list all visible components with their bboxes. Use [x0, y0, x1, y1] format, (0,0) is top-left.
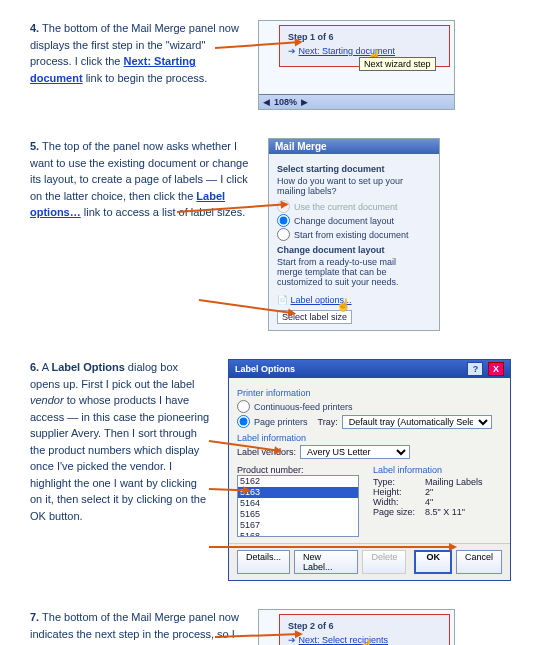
product-number-col: Product number: 516251635164516551675168	[237, 465, 359, 537]
step-number: 5.	[30, 140, 39, 152]
taskpane-title-text: Mail Merge	[275, 141, 327, 152]
label-info-heading: Label information	[373, 465, 483, 475]
zoom-bar: ◀ 108% ▶	[259, 94, 454, 109]
dialog-button-row: Details... New Label... Delete OK Cancel	[229, 543, 510, 580]
product-item[interactable]: 5163	[238, 487, 358, 498]
tray-select[interactable]: Default tray (Automatically Select)	[342, 415, 492, 429]
ok-button[interactable]: OK	[414, 550, 452, 574]
step-body-after: link to begin the process.	[86, 72, 208, 84]
radio-page-printers[interactable]	[237, 415, 250, 428]
callout-arrow-ok	[209, 546, 455, 548]
vendor-select[interactable]: Avery US Letter	[300, 445, 410, 459]
wizard-pane: Step 2 of 6 ➔ Next: Select recipients ☝ …	[279, 614, 450, 645]
radio-continuous[interactable]	[237, 400, 250, 413]
cursor-hand-icon: ☝	[359, 638, 374, 645]
type-val: Mailing Labels	[425, 477, 483, 487]
step-body: The bottom of the Mail Merge panel now i…	[30, 611, 239, 645]
opt-continuous-feed[interactable]: Continuous-feed printers	[237, 400, 502, 413]
help-button[interactable]: ?	[467, 362, 483, 376]
arrow-icon: ➔	[288, 46, 296, 56]
close-button[interactable]: X	[488, 362, 504, 376]
product-item[interactable]: 5162	[238, 476, 358, 487]
step-number: 4.	[30, 22, 39, 34]
details-button[interactable]: Details...	[237, 550, 290, 574]
label-options-dialog: Label Options ? X Printer information Co…	[228, 359, 511, 581]
s6-italic: vendor	[30, 394, 64, 406]
zoom-percent: 108%	[274, 97, 297, 107]
wizard-step-title: Step 1 of 6	[288, 32, 441, 42]
product-item[interactable]: 5167	[238, 520, 358, 531]
dialog-body: Printer information Continuous-feed prin…	[229, 378, 510, 543]
step-7: 7. The bottom of the Mail Merge panel no…	[30, 609, 511, 645]
taskpane-body: Select starting document How do you want…	[269, 154, 439, 330]
opt-start-existing-label: Start from existing document	[294, 230, 409, 240]
label-info-group: Label information	[237, 433, 502, 443]
width-val: 4"	[425, 497, 433, 507]
doc-icon: 📄	[277, 295, 288, 305]
tooltip-next-step: Next wizard step	[359, 57, 436, 71]
radio-change-layout[interactable]	[277, 214, 290, 227]
opt-page-printers[interactable]: Page printers	[237, 415, 308, 428]
step-4-text: 4. The bottom of the Mail Merge panel no…	[30, 20, 240, 86]
type-lbl: Type:	[373, 477, 425, 487]
step-4: 4. The bottom of the Mail Merge panel no…	[30, 20, 511, 110]
opt-change-layout-label: Change document layout	[294, 216, 394, 226]
product-item[interactable]: 5165	[238, 509, 358, 520]
opt-start-existing[interactable]: Start from existing document	[277, 228, 431, 241]
cursor-hand-icon: ☝	[336, 298, 351, 312]
width-lbl: Width:	[373, 497, 425, 507]
step-6-text: 6. A Label Options dialog box opens up. …	[30, 359, 210, 524]
cancel-button[interactable]: Cancel	[456, 550, 502, 574]
opt-use-current[interactable]: Use the current document	[277, 200, 431, 213]
screenshot-step-5: Mail Merge Select starting document How …	[268, 138, 440, 331]
s6a: A	[42, 361, 52, 373]
zoom-out-icon[interactable]: ◀	[263, 97, 270, 107]
height-lbl: Height:	[373, 487, 425, 497]
screenshot-step-4: Step 1 of 6 ➔ Next: Starting document ☝ …	[258, 20, 455, 110]
window-controls: ? X	[465, 362, 504, 376]
change-layout-blurb: Start from a ready-to-use mail merge tem…	[277, 257, 417, 287]
wizard-pane: Step 1 of 6 ➔ Next: Starting document ☝ …	[279, 25, 450, 67]
taskpane-title: Mail Merge	[269, 139, 439, 154]
wizard-step-title: Step 2 of 6	[288, 621, 441, 631]
dialog-titlebar: Label Options ? X	[229, 360, 510, 378]
product-number-label: Product number:	[237, 465, 359, 475]
new-label-button[interactable]: New Label...	[294, 550, 358, 574]
delete-button: Delete	[362, 550, 406, 574]
dialog-title-text: Label Options	[235, 364, 295, 374]
pagesize-val: 8.5" X 11"	[425, 507, 465, 517]
pagesize-lbl: Page size:	[373, 507, 425, 517]
opt-use-current-label: Use the current document	[294, 202, 398, 212]
starting-doc-question: How do you want to set up your mailing l…	[277, 176, 431, 196]
opt-change-layout[interactable]: Change document layout	[277, 214, 431, 227]
opt-page-label: Page printers	[254, 417, 308, 427]
s6-bold: Label Options	[51, 361, 124, 373]
change-layout-heading: Change document layout	[277, 245, 431, 255]
s6c: to whose products I have access — in thi…	[30, 394, 209, 522]
product-item[interactable]: 5168	[238, 531, 358, 537]
product-item[interactable]: 5164	[238, 498, 358, 509]
product-number-list[interactable]: 516251635164516551675168	[237, 475, 359, 537]
label-info-col: Label information Type:Mailing Labels He…	[373, 465, 483, 537]
step-7-text: 7. The bottom of the Mail Merge panel no…	[30, 609, 240, 645]
step-number: 6.	[30, 361, 39, 373]
height-val: 2"	[425, 487, 433, 497]
screenshot-step-7: Step 2 of 6 ➔ Next: Select recipients ☝ …	[258, 609, 455, 645]
step-5: 5. The top of the panel now asks whether…	[30, 138, 511, 331]
printer-info-group: Printer information	[237, 388, 502, 398]
tray-label: Tray:	[318, 417, 338, 427]
wizard-next-link[interactable]: Next: Select recipients	[299, 635, 389, 645]
opt-continuous-label: Continuous-feed printers	[254, 402, 353, 412]
select-starting-document-heading: Select starting document	[277, 164, 431, 174]
step-6: 6. A Label Options dialog box opens up. …	[30, 359, 511, 581]
step-number: 7.	[30, 611, 39, 623]
radio-start-existing[interactable]	[277, 228, 290, 241]
zoom-in-icon[interactable]: ▶	[301, 97, 308, 107]
